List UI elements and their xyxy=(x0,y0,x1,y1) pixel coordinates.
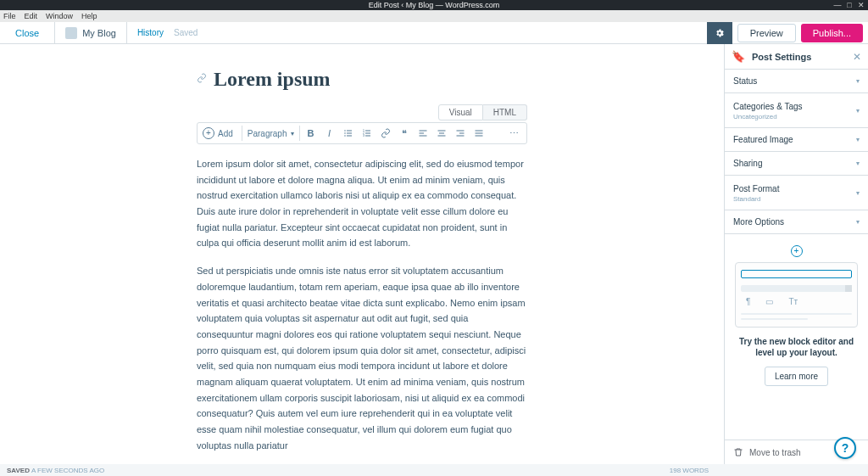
menu-help[interactable]: Help xyxy=(81,12,97,20)
svg-rect-17 xyxy=(437,136,445,137)
preview-button[interactable]: Preview xyxy=(737,24,796,42)
history-link[interactable]: History xyxy=(127,28,174,37)
editor-topbar: Close My Blog History Saved Preview Publ… xyxy=(0,22,868,44)
section-status[interactable]: Status ▾ xyxy=(725,70,868,93)
learn-more-button[interactable]: Learn more xyxy=(765,367,828,386)
tab-html[interactable]: HTML xyxy=(483,104,527,120)
svg-rect-5 xyxy=(347,136,352,137)
menu-window[interactable]: Window xyxy=(46,12,73,20)
format-dropdown[interactable]: Paragraph ▾ xyxy=(242,126,300,141)
section-post-format[interactable]: Post FormatStandard ▾ xyxy=(725,176,868,210)
paragraph[interactable]: Lorem ipsum dolor sit amet, consectetur … xyxy=(197,156,527,251)
window-titlebar: Edit Post ‹ My Blog — WordPress.com — □ … xyxy=(0,0,868,10)
svg-rect-7 xyxy=(365,131,370,132)
close-window-icon[interactable]: ✕ xyxy=(858,2,865,8)
svg-rect-12 xyxy=(419,131,426,132)
sidebar-title: Post Settings xyxy=(752,52,853,62)
svg-rect-19 xyxy=(459,133,465,134)
post-settings-sidebar: 🔖 Post Settings ✕ Status ▾ Categories & … xyxy=(724,44,868,464)
chevron-down-icon: ▾ xyxy=(856,77,860,85)
close-sidebar-button[interactable]: ✕ xyxy=(853,51,861,63)
svg-rect-23 xyxy=(475,136,482,137)
link-button[interactable] xyxy=(378,126,393,141)
app-menubar: File Edit Window Help xyxy=(0,10,868,22)
paragraph[interactable]: Sed ut perspiciatis unde omnis iste natu… xyxy=(197,263,527,453)
quote-button[interactable]: ❝ xyxy=(397,126,412,141)
svg-rect-13 xyxy=(419,133,424,134)
tab-visual[interactable]: Visual xyxy=(438,104,483,120)
svg-point-4 xyxy=(344,135,346,137)
publish-button[interactable]: Publish... xyxy=(801,24,863,42)
align-right-button[interactable] xyxy=(453,126,468,141)
svg-rect-22 xyxy=(475,133,482,134)
gear-icon xyxy=(715,28,725,38)
editor-area: Lorem ipsum Visual HTML + Add Paragraph … xyxy=(0,44,724,464)
close-button[interactable]: Close xyxy=(0,22,55,43)
chevron-down-icon: ▾ xyxy=(856,160,860,167)
svg-rect-14 xyxy=(419,136,426,137)
svg-rect-16 xyxy=(439,133,444,134)
site-selector[interactable]: My Blog xyxy=(55,22,127,43)
svg-rect-15 xyxy=(437,131,445,132)
permalink-icon[interactable] xyxy=(197,73,207,86)
image-icon: ▭ xyxy=(765,297,773,306)
section-sharing[interactable]: Sharing ▾ xyxy=(725,152,868,176)
align-center-button[interactable] xyxy=(434,126,449,141)
site-name: My Blog xyxy=(82,28,116,38)
saved-indicator: Saved xyxy=(174,28,198,37)
site-icon xyxy=(65,27,77,39)
section-categories-tags[interactable]: Categories & TagsUncategorized ▾ xyxy=(725,93,868,128)
chevron-down-icon: ▾ xyxy=(856,136,860,143)
italic-button[interactable]: I xyxy=(322,126,337,141)
status-bar: SAVED A FEW SECONDS AGO 198 WORDS xyxy=(0,464,868,476)
section-featured-image[interactable]: Featured Image ▾ xyxy=(725,128,868,152)
numbered-list-button[interactable]: 123 xyxy=(359,126,375,141)
bold-button[interactable]: B xyxy=(303,126,319,141)
svg-text:3: 3 xyxy=(363,134,364,137)
promo-illustration: ¶▭Tт xyxy=(735,262,858,328)
align-left-button[interactable] xyxy=(415,126,431,141)
chevron-down-icon: ▾ xyxy=(856,189,860,197)
svg-rect-20 xyxy=(456,136,464,137)
chevron-down-icon: ▾ xyxy=(856,218,860,226)
svg-rect-18 xyxy=(456,131,464,132)
save-status: SAVED xyxy=(7,467,30,474)
more-tools-button[interactable]: ⋯ xyxy=(506,126,521,141)
window-title: Edit Post ‹ My Blog — WordPress.com xyxy=(369,1,499,9)
trash-icon xyxy=(733,447,743,457)
add-media-button[interactable]: + Add xyxy=(203,127,238,139)
heading-icon: Tт xyxy=(788,297,798,306)
svg-rect-1 xyxy=(347,131,352,132)
svg-rect-3 xyxy=(347,133,352,134)
chevron-down-icon: ▾ xyxy=(856,107,860,115)
align-justify-button[interactable] xyxy=(471,126,487,141)
editor-toolbar: + Add Paragraph ▾ B I 123 ❝ ⋯ xyxy=(197,122,527,144)
bulleted-list-button[interactable] xyxy=(341,126,356,141)
section-more-options[interactable]: More Options ▾ xyxy=(725,210,868,234)
save-time: A FEW SECONDS AGO xyxy=(31,467,104,474)
settings-toggle-button[interactable] xyxy=(707,22,732,44)
minimize-icon[interactable]: — xyxy=(834,2,841,8)
post-title-input[interactable]: Lorem ipsum xyxy=(214,68,331,91)
bookmark-icon: 🔖 xyxy=(732,50,745,63)
help-button[interactable]: ? xyxy=(834,437,856,459)
svg-point-0 xyxy=(344,130,346,132)
svg-rect-11 xyxy=(365,136,370,137)
menu-file[interactable]: File xyxy=(3,12,16,20)
plus-icon: + xyxy=(791,245,803,257)
post-content[interactable]: Lorem ipsum dolor sit amet, consectetur … xyxy=(197,156,527,453)
svg-rect-9 xyxy=(365,133,370,134)
pilcrow-icon: ¶ xyxy=(746,297,750,306)
svg-point-2 xyxy=(344,132,346,134)
promo-text: Try the new block editor and level up yo… xyxy=(735,336,858,358)
block-editor-promo: + ¶▭Tт Try the new block editor and leve… xyxy=(725,234,868,440)
maximize-icon[interactable]: □ xyxy=(846,2,853,8)
plus-icon: + xyxy=(203,127,214,139)
menu-edit[interactable]: Edit xyxy=(25,12,38,20)
chevron-down-icon: ▾ xyxy=(291,130,294,137)
svg-rect-21 xyxy=(475,131,482,132)
word-count: 198 WORDS xyxy=(670,467,709,474)
